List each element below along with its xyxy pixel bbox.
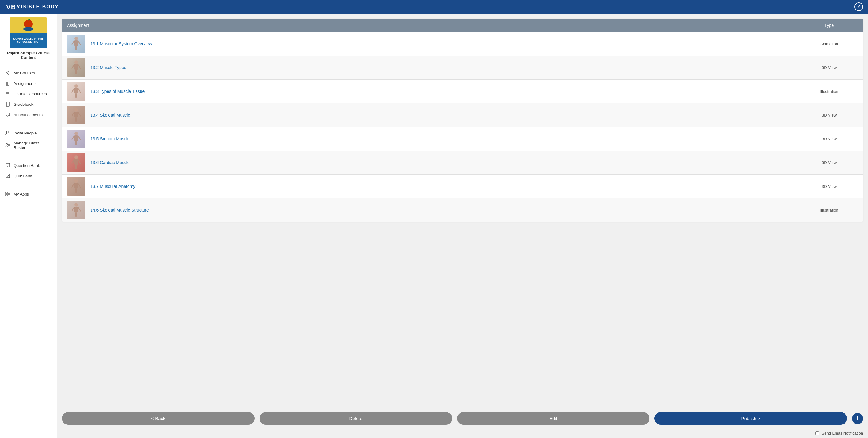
svg-point-25 (74, 37, 78, 40)
svg-rect-48 (76, 117, 78, 121)
svg-rect-32 (74, 64, 78, 70)
sidebar-divider-3 (4, 185, 53, 185)
svg-rect-54 (76, 141, 78, 145)
svg-point-49 (74, 132, 78, 136)
sidebar-nav: My Courses Assignments (0, 65, 57, 122)
table-header-row: Assignment Type (62, 19, 863, 32)
sidebar-people: Invite People Manage Class Roster (0, 125, 57, 155)
svg-rect-62 (74, 183, 78, 188)
sidebar-item-gradebook[interactable]: Gradebook (0, 99, 57, 110)
list-icon (5, 91, 10, 96)
svg-line-57 (72, 160, 74, 164)
svg-point-15 (6, 144, 8, 145)
sidebar-item-quiz-bank[interactable]: Quiz Bank (0, 171, 57, 181)
main-layout: PAJARO VALLEY UNIFIED SCHOOL DISTRICT Pa… (0, 13, 868, 438)
assignment-link[interactable]: 13.4 Skeletal Muscle (90, 113, 130, 118)
chat-icon (5, 112, 10, 118)
svg-line-45 (72, 112, 74, 116)
svg-line-70 (78, 207, 81, 211)
table-row: 13.5 Smooth Muscle3D View (62, 127, 863, 151)
document-icon (5, 81, 10, 86)
send-email-checkbox[interactable] (815, 431, 819, 435)
svg-line-40 (78, 89, 81, 92)
svg-rect-53 (75, 141, 76, 145)
apps-icon (5, 191, 10, 197)
back-button[interactable]: < Back (62, 412, 255, 425)
svg-line-34 (78, 65, 81, 68)
sidebar-item-announcements[interactable]: Announcements (0, 110, 57, 120)
svg-rect-56 (74, 159, 78, 165)
assignment-cell-7: 13.7 Muscular Anatomy (62, 175, 795, 198)
back-arrow-icon (5, 70, 10, 76)
svg-line-63 (72, 183, 74, 187)
topbar: VB VISIBLE BODY ? (0, 0, 868, 13)
svg-rect-42 (76, 93, 78, 98)
course-name: Pajaro Sample Course Content (4, 48, 53, 61)
assignment-link[interactable]: 13.6 Cardiac Muscle (90, 160, 130, 165)
sidebar-item-my-courses[interactable]: My Courses (0, 67, 57, 78)
svg-point-43 (74, 108, 78, 112)
sidebar-item-my-apps[interactable]: My Apps (0, 189, 57, 199)
svg-rect-59 (75, 165, 76, 169)
col-assignment: Assignment (62, 19, 795, 32)
svg-line-64 (78, 183, 81, 187)
svg-rect-21 (5, 192, 7, 194)
type-cell: Illustration (795, 80, 863, 103)
assignment-thumbnail (67, 34, 85, 53)
svg-rect-60 (76, 165, 78, 169)
svg-rect-38 (74, 88, 78, 93)
assignment-thumbnail (67, 201, 85, 219)
assignment-link[interactable]: 13.5 Smooth Muscle (90, 136, 130, 141)
assignment-link[interactable]: 13.1 Muscular System Overview (90, 41, 152, 46)
assignment-link[interactable]: 13.7 Muscular Anatomy (90, 184, 135, 189)
table-container: Assignment Type 13.1 Muscular System Ove… (57, 13, 868, 407)
info-button[interactable]: i (852, 413, 863, 424)
question-bank-icon: ? (5, 163, 10, 168)
sidebar: PAJARO VALLEY UNIFIED SCHOOL DISTRICT Pa… (0, 13, 57, 438)
svg-line-33 (72, 65, 74, 68)
assignment-link[interactable]: 14.6 Skeletal Muscle Structure (90, 208, 149, 212)
svg-text:?: ? (7, 164, 8, 167)
help-button[interactable]: ? (855, 2, 863, 11)
delete-button[interactable]: Delete (259, 412, 452, 425)
manage-roster-label: Manage Class Roster (13, 141, 52, 150)
my-courses-label: My Courses (13, 70, 35, 75)
svg-rect-30 (76, 46, 78, 50)
logo-icon: VB (5, 2, 15, 12)
sidebar-item-invite-people[interactable]: Invite People (0, 128, 57, 138)
sidebar-banks: ? Question Bank Quiz Bank (0, 157, 57, 183)
sidebar-item-question-bank[interactable]: ? Question Bank (0, 160, 57, 171)
sidebar-divider-2 (4, 156, 53, 156)
publish-button[interactable]: Publish > (654, 412, 847, 425)
svg-point-2 (24, 27, 33, 31)
school-logo-graphic (19, 18, 38, 32)
svg-rect-65 (75, 188, 76, 193)
sidebar-item-course-resources[interactable]: Course Resources (0, 89, 57, 99)
assignment-link[interactable]: 13.2 Muscle Types (90, 65, 126, 70)
quiz-bank-label: Quiz Bank (13, 174, 32, 178)
info-icon: i (857, 416, 858, 421)
table-row: 13.6 Cardiac Muscle3D View (62, 151, 863, 175)
type-cell: Illustration (795, 198, 863, 222)
svg-rect-22 (8, 192, 10, 194)
type-cell: 3D View (795, 127, 863, 151)
svg-text:VB: VB (6, 3, 15, 11)
col-type: Type (795, 19, 863, 32)
assignment-cell-2: 13.2 Muscle Types (62, 56, 795, 80)
assignment-thumbnail (67, 153, 85, 172)
table-row: 13.2 Muscle Types3D View (62, 56, 863, 80)
my-apps-label: My Apps (13, 192, 29, 197)
svg-point-55 (74, 155, 78, 159)
table-row: 14.6 Skeletal Muscle StructureIllustrati… (62, 198, 863, 222)
sidebar-item-assignments[interactable]: Assignments (0, 78, 57, 89)
assignment-link[interactable]: 13.3 Types of Muscle Tissue (90, 89, 145, 94)
svg-line-51 (72, 136, 74, 140)
svg-line-69 (72, 207, 74, 211)
sidebar-item-manage-roster[interactable]: Manage Class Roster (0, 138, 57, 152)
table-row: 13.1 Muscular System OverviewAnimation (62, 32, 863, 56)
svg-rect-41 (75, 93, 76, 98)
edit-button[interactable]: Edit (457, 412, 650, 425)
topbar-divider (63, 2, 63, 11)
assignment-thumbnail (67, 106, 85, 124)
content-area: Assignment Type 13.1 Muscular System Ove… (57, 13, 868, 438)
